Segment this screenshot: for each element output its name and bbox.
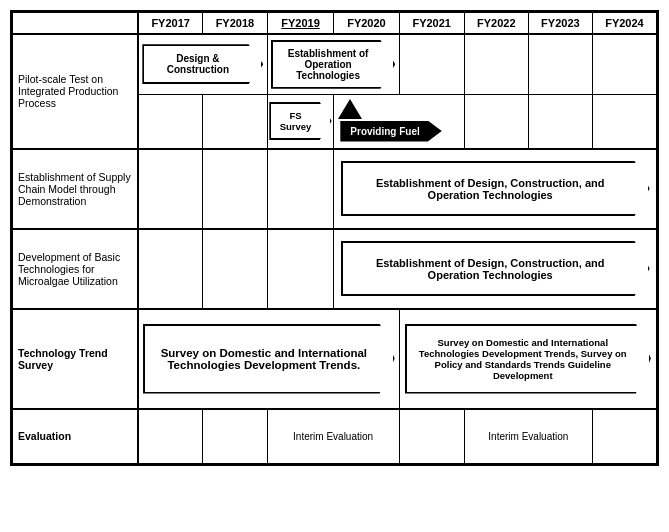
- bt-fy2018: [203, 229, 267, 309]
- triangle-icon: [338, 99, 362, 119]
- tt-arrow1: Survey on Domestic and International Tec…: [143, 324, 395, 394]
- interim-eval-1: Interim Evaluation: [267, 409, 399, 464]
- interim-eval-2: Interim Evaluation: [464, 409, 592, 464]
- row-evaluation-label: Evaluation: [13, 409, 139, 464]
- tt-arrow2-text: Survey on Domestic and International Tec…: [417, 337, 629, 381]
- design-construction-cell: Design & Construction: [138, 34, 267, 94]
- row1b-fy2017: [138, 94, 203, 149]
- row1-fy2022: [464, 34, 528, 94]
- row1b-fy2018: [203, 94, 267, 149]
- header-fy2019: FY2019: [267, 13, 334, 35]
- header-fy2017: FY2017: [138, 13, 203, 35]
- row-tech-trend: Technology Trend Survey Survey on Domest…: [13, 309, 657, 409]
- design-construction-text: Design & Construction: [154, 53, 241, 75]
- row1b-fy2023: [528, 94, 592, 149]
- bt-fy2019: [267, 229, 334, 309]
- header-fy2023: FY2023: [528, 13, 592, 35]
- operation-tech-arrow: Establishment of Operation Technologies: [271, 40, 395, 89]
- bt-arrow-text: Establishment of Design, Construction, a…: [353, 257, 628, 281]
- operation-tech-text: Establishment of Operation Technologies: [283, 48, 373, 81]
- row-basic-tech-label: Development of Basic Technologies for Mi…: [13, 229, 139, 309]
- bt-arrow: Establishment of Design, Construction, a…: [341, 241, 650, 296]
- header-row: FY2017 FY2018 FY2019 FY2020 FY2021 FY202…: [13, 13, 657, 35]
- row-evaluation: Evaluation Interim Evaluation Interim Ev…: [13, 409, 657, 464]
- row1-fy2024: [592, 34, 656, 94]
- row1b-fy2024: [592, 94, 656, 149]
- tt-arrow1-cell: Survey on Domestic and International Tec…: [138, 309, 399, 409]
- eval-fy2021: [399, 409, 464, 464]
- tt-arrow2: Survey on Domestic and International Tec…: [405, 324, 651, 394]
- row1b-fy2022: [464, 94, 528, 149]
- header-fy2020: FY2020: [334, 13, 399, 35]
- sc-fy2017: [138, 149, 203, 229]
- operation-tech-cell: Establishment of Operation Technologies: [267, 34, 399, 94]
- providing-fuel-cell: Providing Fuel: [334, 94, 464, 149]
- header-fy2022: FY2022: [464, 13, 528, 35]
- chart-container: FY2017 FY2018 FY2019 FY2020 FY2021 FY202…: [10, 10, 659, 466]
- fs-survey-cell: FS Survey: [267, 94, 334, 149]
- sc-arrow: Establishment of Design, Construction, a…: [341, 161, 650, 216]
- row-tech-trend-label: Technology Trend Survey: [13, 309, 139, 409]
- row-pilot: Pilot-scale Test on Integrated Productio…: [13, 34, 657, 94]
- fs-survey-text: FS Survey: [280, 110, 312, 132]
- row1-fy2021: [399, 34, 464, 94]
- eval-fy2024: [592, 409, 656, 464]
- sc-fy2018: [203, 149, 267, 229]
- header-fy2021: FY2021: [399, 13, 464, 35]
- eval-fy2018: [203, 409, 267, 464]
- sc-arrow-cell: Establishment of Design, Construction, a…: [334, 149, 657, 229]
- header-col0: [13, 13, 139, 35]
- row-supply-chain-label: Establishment of Supply Chain Model thro…: [13, 149, 139, 229]
- bt-arrow-cell: Establishment of Design, Construction, a…: [334, 229, 657, 309]
- tt-arrow1-text: Survey on Domestic and International Tec…: [155, 347, 373, 371]
- fs-survey-arrow: FS Survey: [269, 102, 331, 140]
- row-pilot-label: Pilot-scale Test on Integrated Productio…: [13, 34, 139, 149]
- providing-fuel-arrow: Providing Fuel: [340, 121, 441, 142]
- header-fy2024: FY2024: [592, 13, 656, 35]
- header-fy2018: FY2018: [203, 13, 267, 35]
- row-supply-chain: Establishment of Supply Chain Model thro…: [13, 149, 657, 229]
- sc-arrow-text: Establishment of Design, Construction, a…: [353, 177, 628, 201]
- row-basic-tech: Development of Basic Technologies for Mi…: [13, 229, 657, 309]
- tt-arrow2-cell: Survey on Domestic and International Tec…: [399, 309, 656, 409]
- row1-fy2023: [528, 34, 592, 94]
- eval-fy2017: [138, 409, 203, 464]
- sc-fy2019: [267, 149, 334, 229]
- design-construction-arrow: Design & Construction: [142, 44, 263, 84]
- bt-fy2017: [138, 229, 203, 309]
